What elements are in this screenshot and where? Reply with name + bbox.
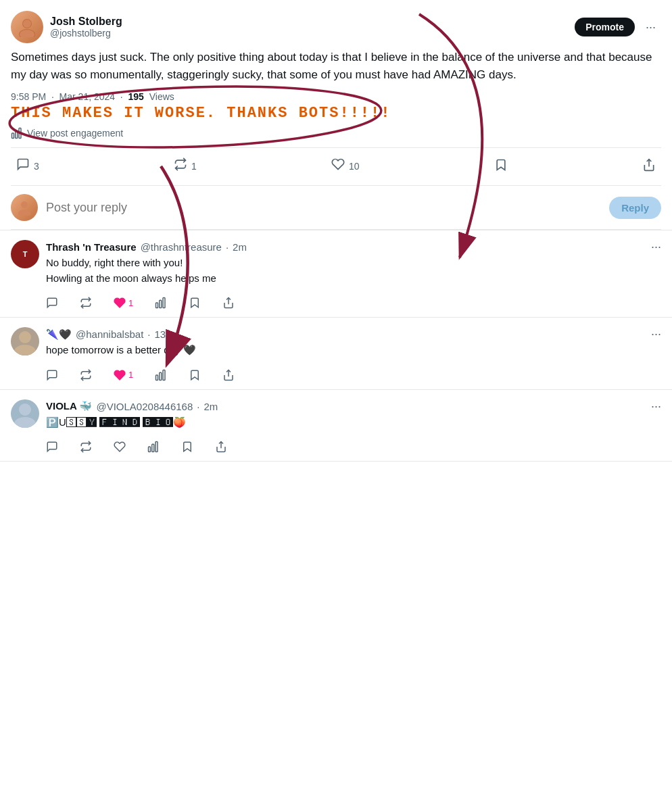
view-engagement[interactable]: View post engagement [11, 127, 661, 139]
comment-actions-2: 1 [46, 365, 661, 389]
user-info: Josh Stolberg @joshstolberg [50, 16, 122, 39]
username: @joshstolberg [50, 28, 122, 39]
reply-count: 3 [34, 161, 39, 172]
tweet-views-label: Views [149, 91, 174, 102]
comment-more-3[interactable]: ··· [651, 399, 661, 414]
like-action[interactable]: 10 [326, 155, 365, 177]
display-name: Josh Stolberg [50, 16, 122, 28]
comment-timestamp-2: 13s [154, 328, 170, 340]
comment-more-2[interactable]: ··· [651, 327, 661, 341]
reply-section: Reply [11, 186, 661, 230]
comment-analytics-2[interactable] [155, 369, 167, 381]
comment-time-sep-2: · [147, 328, 150, 340]
comment-reply-3[interactable] [46, 441, 58, 453]
comment-analytics-3[interactable] [147, 441, 160, 453]
svg-rect-7 [19, 128, 21, 139]
share-action[interactable] [637, 155, 661, 176]
comment-header-3: VIOLA 🐳 @VIOLA0208446168 · 2m ··· [46, 399, 661, 414]
comment-header-2: 🌂🖤 @hannibalsbat · 13s ··· [46, 327, 661, 341]
comment-share-1[interactable] [222, 297, 235, 309]
svg-rect-13 [160, 300, 162, 308]
comment-user-info-2: 🌂🖤 @hannibalsbat · 13s [46, 328, 171, 341]
comment-like-1[interactable]: 1 [114, 297, 133, 309]
engagement-label[interactable]: View post engagement [27, 128, 123, 139]
comment-time-sep-3: · [197, 401, 199, 412]
comment-content-1: Thrash 'n Treasure @thrashntreasure · 2m… [46, 240, 661, 317]
comment-like-3[interactable] [114, 441, 126, 453]
comment-item-3: VIOLA 🐳 @VIOLA0208446168 · 2m ··· 🅿️U🅂🅂🆈… [0, 390, 672, 462]
comment-share-2[interactable] [222, 369, 235, 381]
svg-point-2 [23, 20, 31, 28]
svg-rect-6 [16, 130, 18, 138]
comment-bookmark-1[interactable] [189, 297, 201, 309]
comment-retweet-2[interactable] [80, 369, 92, 381]
comment-analytics-1[interactable] [155, 297, 167, 309]
comment-avatar-3 [11, 399, 39, 428]
reply-action[interactable]: 3 [11, 155, 45, 177]
comment-retweet-3[interactable] [80, 441, 92, 453]
retweet-icon [174, 157, 187, 174]
svg-rect-12 [156, 303, 158, 308]
main-tweet: Josh Stolberg @joshstolberg Promote ··· … [0, 0, 672, 230]
comment-actions-3 [46, 437, 661, 461]
reply-avatar [11, 194, 38, 221]
comment-timestamp-1: 2m [233, 241, 247, 253]
reply-button[interactable]: Reply [609, 197, 661, 219]
comment-username-1: @thrashntreasure [141, 241, 222, 253]
tweet-views-count: 195 [128, 91, 144, 102]
comment-avatar-1: T [11, 240, 39, 268]
comment-item: T Thrash 'n Treasure @thrashntreasure · … [0, 230, 672, 318]
tweet-date: Mar 21, 2024 [59, 91, 116, 102]
tweet-body: Sometimes days just suck. The only posit… [11, 49, 661, 83]
retweet-count: 1 [191, 161, 197, 172]
comment-bookmark-2[interactable] [189, 369, 201, 381]
comment-reply-2[interactable] [46, 369, 58, 381]
svg-point-24 [14, 417, 36, 428]
bookmark-icon [494, 158, 508, 174]
like-icon [331, 157, 345, 174]
comment-time-1: · [226, 241, 229, 253]
comment-avatar-2 [11, 327, 39, 355]
tweet-time: 9:58 PM [11, 91, 46, 102]
comment-display-name-2: 🌂🖤 [46, 328, 72, 341]
svg-rect-25 [149, 447, 151, 452]
tweet-header: Josh Stolberg @joshstolberg Promote ··· [11, 11, 661, 43]
comment-username-2: @hannibalsbat [76, 328, 143, 340]
comment-bookmark-3[interactable] [181, 441, 193, 453]
author-info: Josh Stolberg @joshstolberg [11, 11, 122, 43]
comment-content-3: VIOLA 🐳 @VIOLA0208446168 · 2m ··· 🅿️U🅂🅂🆈… [46, 399, 661, 462]
comment-item-2: 🌂🖤 @hannibalsbat · 13s ··· hope tomorrow… [0, 318, 672, 390]
annotation-container: 9:58 PM · Mar 21, 2024 · 195 Views THIS … [11, 91, 661, 139]
more-options-button[interactable]: ··· [640, 18, 661, 37]
annotation-text: THIS MAKES IT WORSE. THANKS BOTS!!!!! [11, 105, 661, 122]
comment-like-2[interactable]: 1 [114, 369, 133, 381]
comment-text-3: 🅿️U🅂🅂🆈 🅵🅸🅽🅳 🅱🅸🅾🍑 [46, 415, 661, 431]
comment-text-2: hope tomorrow is a better day 🖤 [46, 343, 661, 358]
comment-more-1[interactable]: ··· [651, 240, 661, 254]
svg-rect-19 [156, 375, 158, 380]
svg-point-16 [19, 331, 31, 343]
share-icon [642, 158, 656, 174]
comment-actions-1: 1 [46, 293, 661, 317]
like-count: 10 [349, 161, 360, 172]
comment-reply-1[interactable] [46, 297, 58, 309]
reply-icon [16, 157, 30, 174]
comment-username-3: @VIOLA0208446168 [96, 401, 193, 412]
comment-list: T Thrash 'n Treasure @thrashntreasure · … [0, 230, 672, 462]
tweet-action-bar: 3 1 10 [11, 147, 661, 186]
svg-rect-14 [163, 298, 165, 308]
promote-button[interactable]: Promote [575, 18, 635, 36]
retweet-action[interactable]: 1 [168, 155, 202, 177]
comment-avatar-label-1: T [23, 250, 28, 258]
comment-display-name-1: Thrash 'n Treasure [46, 241, 137, 253]
comment-timestamp-3: 2m [203, 401, 218, 412]
comment-header-1: Thrash 'n Treasure @thrashntreasure · 2m… [46, 240, 661, 254]
comment-retweet-1[interactable] [80, 297, 92, 309]
bookmark-action[interactable] [489, 155, 513, 176]
comment-share-3[interactable] [215, 441, 227, 453]
comment-user-info-3: VIOLA 🐳 @VIOLA0208446168 · 2m [46, 400, 218, 412]
reply-input[interactable] [46, 201, 601, 215]
tweet-meta: 9:58 PM · Mar 21, 2024 · 195 Views [11, 91, 661, 102]
tweet-actions-right: Promote ··· [575, 18, 661, 37]
svg-point-17 [14, 345, 36, 355]
